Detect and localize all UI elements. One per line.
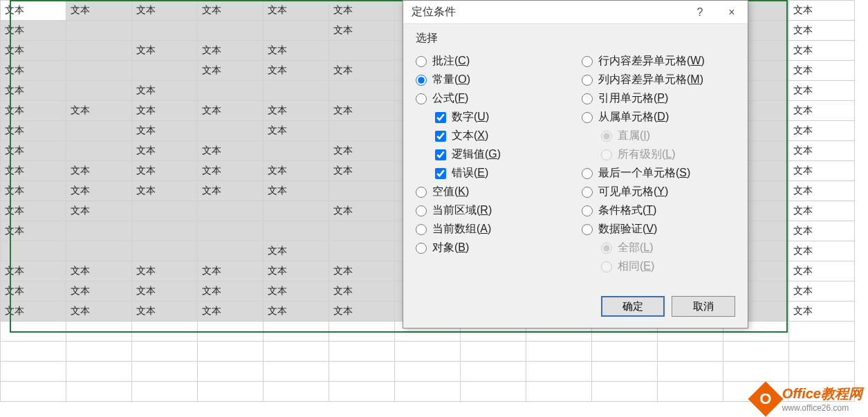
- cell[interactable]: [526, 362, 592, 382]
- cell[interactable]: [329, 362, 395, 382]
- cell[interactable]: [66, 362, 132, 382]
- cell[interactable]: 文本: [329, 1, 395, 21]
- cell[interactable]: [132, 241, 198, 261]
- cell[interactable]: [132, 382, 198, 402]
- cell[interactable]: [66, 322, 132, 342]
- cell[interactable]: 文本: [329, 161, 395, 181]
- cell[interactable]: [66, 81, 132, 101]
- cell[interactable]: [329, 81, 395, 101]
- cell[interactable]: [66, 21, 132, 41]
- cell[interactable]: [198, 382, 264, 402]
- cell[interactable]: [132, 201, 198, 221]
- cell[interactable]: 文本: [1, 81, 66, 101]
- cell[interactable]: 文本: [1, 101, 66, 121]
- cell[interactable]: [66, 121, 132, 141]
- cell[interactable]: [526, 382, 592, 402]
- cell[interactable]: 文本: [789, 281, 855, 302]
- cell[interactable]: 文本: [264, 121, 329, 141]
- cell[interactable]: 文本: [264, 41, 329, 61]
- cell[interactable]: [264, 141, 329, 161]
- cell[interactable]: 文本: [789, 181, 855, 201]
- cell[interactable]: 文本: [1, 281, 66, 302]
- cell[interactable]: [329, 221, 395, 241]
- option-对象[interactable]: 对象(B): [416, 241, 569, 255]
- cell[interactable]: 文本: [789, 302, 855, 322]
- cell[interactable]: [658, 342, 723, 362]
- cell[interactable]: 文本: [198, 302, 264, 322]
- cell[interactable]: 文本: [264, 181, 329, 201]
- cell[interactable]: [395, 362, 461, 382]
- cell[interactable]: 文本: [198, 101, 264, 121]
- cell[interactable]: [198, 241, 264, 261]
- cell[interactable]: [329, 241, 395, 261]
- cell[interactable]: 文本: [132, 1, 198, 21]
- cell[interactable]: 文本: [789, 161, 855, 181]
- cell[interactable]: [592, 342, 658, 362]
- cell[interactable]: [592, 362, 658, 382]
- cell[interactable]: [723, 362, 789, 382]
- cell[interactable]: 文本: [66, 181, 132, 201]
- cell[interactable]: [66, 221, 132, 241]
- cell[interactable]: 文本: [329, 281, 395, 302]
- ok-button[interactable]: 确定: [601, 296, 665, 317]
- cell[interactable]: [264, 342, 329, 362]
- cell[interactable]: 文本: [132, 141, 198, 161]
- cell[interactable]: [198, 322, 264, 342]
- radio-input[interactable]: [582, 56, 593, 67]
- cell[interactable]: 文本: [264, 161, 329, 181]
- cell[interactable]: [461, 362, 526, 382]
- cell[interactable]: [658, 382, 723, 402]
- cell[interactable]: [1, 342, 66, 362]
- cell[interactable]: 文本: [198, 41, 264, 61]
- cell[interactable]: 文本: [132, 41, 198, 61]
- cell[interactable]: 文本: [329, 21, 395, 41]
- radio-input[interactable]: [416, 56, 427, 67]
- option-常量[interactable]: 常量(O): [416, 73, 569, 87]
- cell[interactable]: [789, 322, 855, 342]
- cell[interactable]: [66, 382, 132, 402]
- cell[interactable]: [198, 362, 264, 382]
- cell[interactable]: 文本: [789, 261, 855, 281]
- cell[interactable]: [132, 342, 198, 362]
- cell[interactable]: 文本: [198, 61, 264, 81]
- cell[interactable]: 文本: [329, 302, 395, 322]
- cell[interactable]: [66, 342, 132, 362]
- cell[interactable]: 文本: [132, 161, 198, 181]
- cell[interactable]: [198, 201, 264, 221]
- cell[interactable]: 文本: [1, 181, 66, 201]
- cell[interactable]: 文本: [789, 201, 855, 221]
- cell[interactable]: 文本: [329, 61, 395, 81]
- cell[interactable]: 文本: [329, 261, 395, 281]
- cell[interactable]: 文本: [1, 141, 66, 161]
- cell[interactable]: 文本: [264, 302, 329, 322]
- radio-input[interactable]: [416, 75, 427, 86]
- cell[interactable]: 文本: [264, 281, 329, 302]
- cell[interactable]: [198, 121, 264, 141]
- cell[interactable]: [198, 81, 264, 101]
- cell[interactable]: [461, 382, 526, 402]
- cell[interactable]: 文本: [1, 21, 66, 41]
- close-button[interactable]: ×: [716, 1, 748, 24]
- radio-input[interactable]: [416, 243, 427, 254]
- cell[interactable]: 文本: [198, 1, 264, 21]
- cell[interactable]: [264, 221, 329, 241]
- cell[interactable]: 文本: [198, 261, 264, 281]
- cell[interactable]: 文本: [132, 281, 198, 302]
- cell[interactable]: 文本: [789, 21, 855, 41]
- cell[interactable]: [264, 21, 329, 41]
- cell[interactable]: [395, 342, 461, 362]
- checkbox-input[interactable]: [435, 149, 446, 160]
- cell[interactable]: 文本: [66, 281, 132, 302]
- cell[interactable]: [66, 41, 132, 61]
- cell[interactable]: 文本: [789, 101, 855, 121]
- cell[interactable]: [132, 61, 198, 81]
- cell[interactable]: [1, 322, 66, 342]
- cell[interactable]: 文本: [264, 261, 329, 281]
- cell[interactable]: 文本: [789, 241, 855, 261]
- checkbox-input[interactable]: [435, 131, 446, 142]
- cell[interactable]: 文本: [132, 302, 198, 322]
- cell[interactable]: 文本: [66, 302, 132, 322]
- cell[interactable]: 文本: [66, 261, 132, 281]
- radio-input[interactable]: [416, 205, 427, 216]
- cell[interactable]: [789, 362, 855, 382]
